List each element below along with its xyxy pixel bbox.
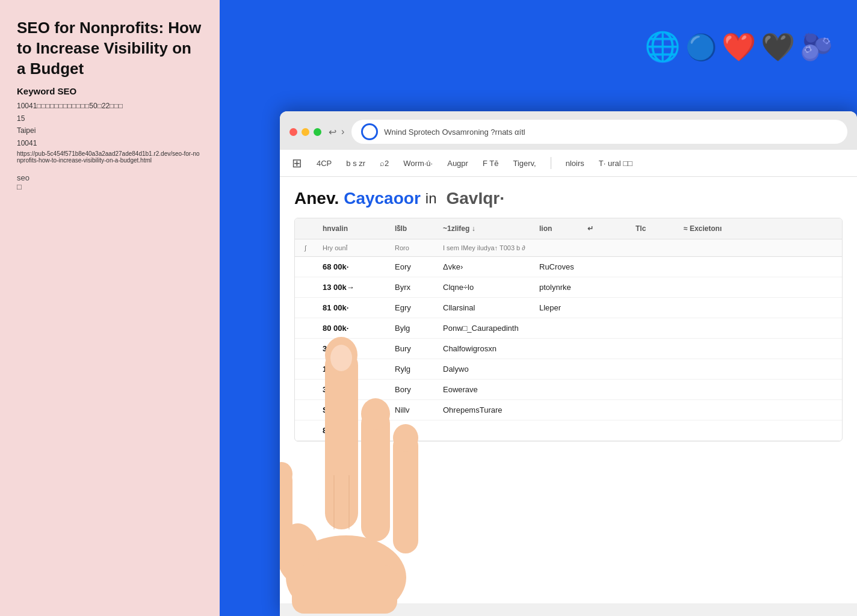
nav-item-0[interactable]: 4CP [317, 159, 332, 168]
row5-rank: 17 004· [323, 365, 395, 374]
sidebar-meta: 10041□□□□□□□□□□□□50□22□□□ 15 Taipei 1004… [17, 100, 203, 149]
tl-red[interactable] [289, 128, 297, 136]
row3-col3: Ponw□_Caurapedinth [443, 324, 587, 333]
th-1[interactable]: hnvalin [323, 224, 395, 233]
nav-back[interactable]: ↩ [329, 126, 336, 138]
nav-icon-0[interactable]: ⊞ [292, 156, 302, 170]
blue-header: 🌐 🔵 ❤️ 🖤 🫐 [220, 0, 857, 111]
nav-item-7[interactable]: nloirs [566, 159, 584, 168]
table-subheader: ∫ Hry ounĪ Roro I sem IMey iludya↑ T003 … [295, 239, 842, 257]
row3-col2: Bylg [395, 324, 443, 333]
nav-item-5[interactable]: F Tē [483, 159, 499, 168]
address-circle-icon [361, 123, 378, 140]
address-text: Wnind Sprotech Ovsamroning ?rnats αítl [384, 128, 525, 137]
table-header: hnvalin ls̄Ib ~1zlifeg ↓ lion ↵ Tlc ≈ Ex… [295, 218, 842, 239]
tag-icon: □ [17, 182, 22, 191]
table-row[interactable]: 17 004· Rylg Dalywo [295, 359, 842, 380]
th-5: ↵ [587, 224, 636, 233]
meta-id: 10041□□□□□□□□□□□□50□22□□□ [17, 100, 203, 112]
sidebar-tags: seo □ [17, 173, 203, 191]
sidebar: SEO for Nonprofits: How to Increase Visi… [0, 0, 220, 616]
row1-col3: Clqne÷lo [443, 283, 539, 292]
row6-col2: Bory [395, 385, 443, 394]
meta-code: 10041 [17, 137, 203, 149]
address-bar[interactable]: Wnind Sprotech Ovsamroning ?rnats αítl [351, 120, 847, 144]
globe-icon: 🌐 [645, 30, 681, 64]
row7-rank: S0 00k· [323, 405, 395, 414]
nav-item-search[interactable]: ⌕2 [380, 159, 389, 168]
row3-rank: 80 00k· [323, 324, 395, 333]
browser-window: ↩ › Wnind Sprotech Ovsamroning ?rnats αí… [280, 111, 857, 616]
table-row[interactable]: S0 00k· Nillv OhrepemsTurare [295, 400, 842, 420]
row7-col3: OhrepemsTurare [443, 405, 587, 414]
nav-forward[interactable]: › [341, 126, 344, 137]
th-7: ≈ Excietonı [684, 224, 756, 233]
row6-col3: Eowerave [443, 385, 587, 394]
nav-item-3[interactable]: Worm·ú· [403, 159, 433, 168]
tsh-1: Hry ounĪ [323, 244, 395, 251]
nav-item-8[interactable]: T· ural □□ [599, 159, 633, 168]
tag-label: seo [17, 173, 29, 182]
th-0 [305, 224, 323, 233]
row4-col2: Bury [395, 344, 443, 353]
th-6: Tlc [636, 224, 684, 233]
row8-rank: 8F 00k· [323, 426, 395, 435]
tsh-4 [539, 244, 587, 251]
row4-rank: 32 00k· [323, 344, 395, 353]
nav-item-6[interactable]: Tigerv, [513, 159, 536, 168]
browser-chrome: ↩ › Wnind Sprotech Ovsamroning ?rnats αí… [280, 111, 857, 150]
nav-item-4[interactable]: Augpr [447, 159, 468, 168]
keyword-label: Keyword SEO [17, 86, 203, 96]
tsh-3: I sem IMey iludya↑ T003 b ∂ [443, 244, 539, 251]
page-title-part1: Anev. [294, 189, 339, 208]
tsh-6 [636, 244, 684, 251]
th-2[interactable]: ls̄Ib [395, 224, 443, 233]
row0-rank: 68 00k· [323, 262, 395, 271]
browser-icons: 🌐 🔵 ❤️ 🖤 🫐 [645, 30, 833, 64]
tl-green[interactable] [314, 128, 321, 136]
app-nav: ⊞ 4CP b s zr ⌕2 Worm·ú· Augpr F Tē Tiger… [280, 150, 857, 177]
row0-col2: Eory [395, 262, 443, 271]
tsh-2: Roro [395, 244, 443, 251]
table-row[interactable]: 13 00k→ Byrx Clqne÷lo ptolynrke [295, 277, 842, 298]
row5-col2: Rylg [395, 365, 443, 374]
row2-col3: Cllarsinal [443, 303, 539, 312]
table-row[interactable]: 8F 00k· [295, 420, 842, 441]
heart-icon: ❤️ [722, 31, 756, 63]
row2-col4: Lleper [539, 303, 587, 312]
nav-item-1[interactable]: b s zr [346, 159, 365, 168]
page-title-part3: in [425, 190, 437, 207]
table-row[interactable]: 68 00k· Eory Δvke› RuCroves [295, 257, 842, 277]
data-table: hnvalin ls̄Ib ~1zlifeg ↓ lion ↵ Tlc ≈ Ex… [294, 218, 843, 442]
th-4: lion [539, 224, 587, 233]
tl-yellow[interactable] [302, 128, 309, 136]
row4-col3: Chalfowigrosxn [443, 344, 587, 353]
dark-icon: 🫐 [800, 31, 833, 63]
th-3[interactable]: ~1zlifeg ↓ [443, 224, 539, 233]
content-area: Anev. Caycaoor in GavIqr· hnvalin ls̄Ib … [280, 177, 857, 603]
tsh-7 [684, 244, 756, 251]
row0-col4: RuCroves [539, 262, 587, 271]
table-row[interactable]: 81 00k· Egry Cllarsinal Lleper [295, 298, 842, 318]
tsh-5 [587, 244, 636, 251]
row5-col3: Dalywo [443, 365, 587, 374]
row1-col2: Byrx [395, 283, 443, 292]
row0-col3: Δvke› [443, 262, 539, 271]
nav-divider [551, 157, 551, 169]
table-row[interactable]: 32 00k· Bury Chalfowigrosxn [295, 339, 842, 359]
row7-col2: Nillv [395, 405, 443, 414]
traffic-lights [289, 128, 321, 136]
page-title: SEO for Nonprofits: How to Increase Visi… [17, 18, 203, 79]
table-row[interactable]: 32 00k· Bory Eowerave [295, 380, 842, 400]
row1-rank: 13 00k→ [323, 283, 395, 292]
sidebar-url[interactable]: https://pub-5c454f571b8e40a3a2aad27ade84… [17, 150, 203, 164]
page-title-part2: Caycaoor [344, 189, 421, 208]
row1-col4: ptolynrke [539, 283, 587, 292]
browser-nav: ↩ › [329, 126, 344, 138]
black-icon: 🖤 [761, 31, 795, 63]
table-row[interactable]: 80 00k· Bylg Ponw□_Caurapedinth [295, 318, 842, 339]
row2-rank: 81 00k· [323, 303, 395, 312]
page-title-sub: GavIqr· [446, 189, 504, 208]
row6-rank: 32 00k· [323, 385, 395, 394]
blue-icon: 🔵 [685, 32, 717, 62]
